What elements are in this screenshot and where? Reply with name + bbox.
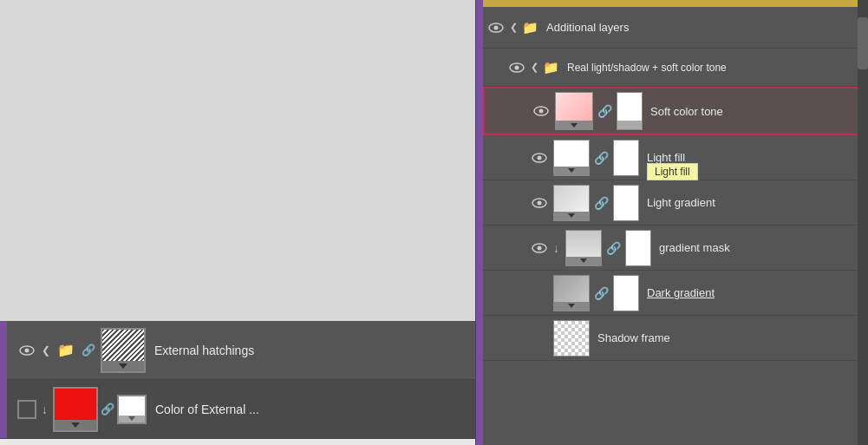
scrollbar-thumb[interactable] <box>858 17 868 69</box>
layer-name-color-external: Color of External ... <box>155 402 259 416</box>
eye-icon-gradient-mask[interactable] <box>530 239 549 258</box>
light-fill-name-area: Light fill Light fill <box>643 151 685 164</box>
folder-real-light: 📁 <box>543 60 559 75</box>
layer-name-dark-gradient: Dark gradient <box>647 286 865 299</box>
scrollbar[interactable] <box>858 0 868 445</box>
canvas-upper <box>0 0 475 321</box>
tooltip-light-fill: Light fill <box>647 163 698 180</box>
right-panel: ❮ 📁 Additional layers ❮ 📁 Real light/sha… <box>475 0 868 445</box>
svg-point-3 <box>494 25 499 29</box>
svg-point-5 <box>515 65 519 69</box>
thumb-light-gradient <box>553 185 590 221</box>
eye-icon-external-hatchings[interactable] <box>17 341 36 360</box>
chevron-additional: ❮ <box>510 22 518 33</box>
thumb-dark-gradient-mask <box>613 275 639 311</box>
folder-icon: 📁 <box>57 342 75 358</box>
thumb-light-fill <box>553 140 590 176</box>
layer-row-external-hatchings[interactable]: ❮ 📁 🔗 External hatchings <box>0 321 475 380</box>
hatch-pattern <box>102 330 144 371</box>
layer-name-shadow-frame: Shadow frame <box>597 331 865 344</box>
eye-icon-soft-color[interactable] <box>532 101 551 121</box>
layer-row-real-light[interactable]: ❮ 📁 Real light/shadow + soft color tone <box>483 49 868 87</box>
layer-name-additional: Additional layers <box>546 21 865 34</box>
purple-accent-2 <box>0 380 7 438</box>
chain-icon-2: 🔗 <box>101 402 114 416</box>
thumb-gradient-mask-2 <box>625 230 651 266</box>
eye-icon-real-light[interactable] <box>507 58 526 77</box>
svg-point-11 <box>538 200 542 205</box>
chevron-icon: ❮ <box>42 344 50 357</box>
chain-icon: 🔗 <box>82 344 95 357</box>
chain-light-fill: 🔗 <box>594 151 609 165</box>
layer-thumbnail-white <box>117 395 147 424</box>
gold-bar <box>483 0 868 7</box>
thumb-gradient-mask <box>565 230 602 266</box>
layer-row-gradient-mask[interactable]: ↓ 🔗 gradient mask <box>483 226 868 271</box>
chain-soft: 🔗 <box>597 104 612 118</box>
layer-row-light-gradient[interactable]: 🔗 Light gradient <box>483 180 868 226</box>
layer-thumbnail-container <box>101 328 146 373</box>
svg-point-9 <box>538 155 542 160</box>
layer-name-gradient-mask: gradient mask <box>659 241 865 254</box>
layer-thumbnail-hatch <box>101 328 146 373</box>
layer-row-color-external[interactable]: ↓ 🔗 Color of External ... <box>0 380 475 439</box>
arrow-down-gradient: ↓ <box>553 241 559 255</box>
eye-icon-light-fill[interactable] <box>530 148 549 167</box>
thumb-shadow-frame <box>553 320 590 357</box>
layer-row-light-fill[interactable]: 🔗 Light fill Light fill <box>483 135 868 180</box>
layer-thumbnail-container-2: 🔗 <box>53 387 147 432</box>
thumb-light-gradient-mask <box>613 185 639 221</box>
chain-dark-gradient: 🔗 <box>594 286 609 300</box>
layer-name-external-hatchings: External hatchings <box>154 344 254 357</box>
chain-light-gradient: 🔗 <box>594 196 609 210</box>
purple-bar <box>476 0 483 445</box>
svg-point-7 <box>539 109 544 114</box>
thumb-soft-color-tone <box>555 92 593 130</box>
layers-content: ❮ 📁 Additional layers ❮ 📁 Real light/sha… <box>483 0 868 445</box>
svg-point-1 <box>25 348 29 352</box>
checkbox-color-external[interactable] <box>17 400 36 419</box>
chain-gradient-mask: 🔗 <box>606 241 621 255</box>
layer-row-soft-color-tone[interactable]: 🔗 Soft color tone <box>483 87 868 135</box>
thumb-dark-gradient <box>553 275 590 311</box>
svg-point-13 <box>538 245 542 250</box>
bottom-layers-panel: ❮ 📁 🔗 External hatchings <box>0 321 475 439</box>
layer-row-shadow-frame[interactable]: Shadow frame <box>483 316 868 361</box>
layer-row-dark-gradient[interactable]: 🔗 Dark gradient <box>483 271 868 316</box>
right-panel-inner: ❮ 📁 Additional layers ❮ 📁 Real light/sha… <box>476 0 868 445</box>
layer-name-real-light: Real light/shadow + soft color tone <box>567 62 865 74</box>
layer-name-light-fill: Light fill <box>647 151 685 164</box>
folder-additional: 📁 <box>522 20 538 36</box>
layer-name-light-gradient: Light gradient <box>647 196 865 209</box>
canvas-area: ❮ 📁 🔗 External hatchings <box>0 0 475 445</box>
thumb-soft-color-mask <box>617 92 643 130</box>
arrow-down-icon: ↓ <box>42 402 48 416</box>
layer-row-additional-layers[interactable]: ❮ 📁 Additional layers <box>483 7 868 49</box>
eye-icon-light-gradient[interactable] <box>530 193 549 213</box>
eye-icon-additional[interactable] <box>486 18 506 37</box>
thumb-light-fill-mask <box>613 140 639 176</box>
layer-name-soft-color: Soft color tone <box>650 105 863 118</box>
chevron-real-light: ❮ <box>531 62 538 73</box>
layer-thumbnail-red <box>53 387 98 432</box>
